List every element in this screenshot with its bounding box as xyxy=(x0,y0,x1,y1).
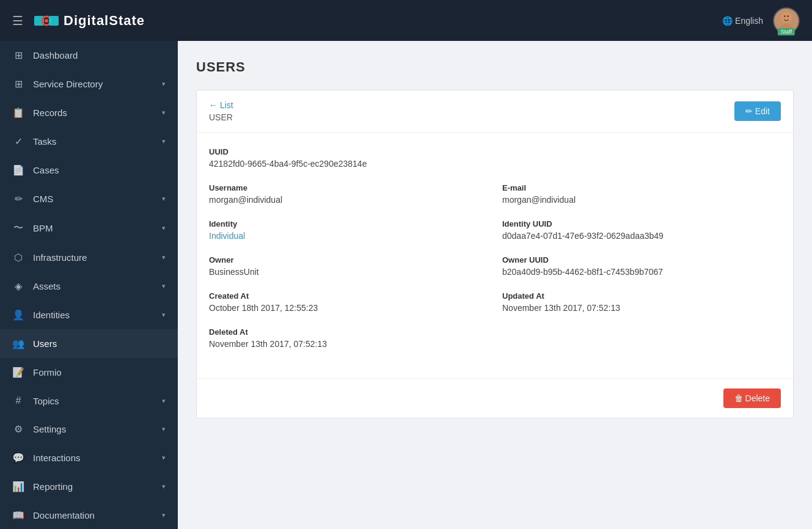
deleted-at-field: Deleted At November 13th 2017, 07:52:13 xyxy=(209,327,781,349)
sidebar-item-label: Records xyxy=(33,108,67,118)
sidebar-item-users[interactable]: 👥 Users xyxy=(0,329,178,358)
uuid-value: 42182fd0-9665-4ba4-9f5c-ec290e23814e xyxy=(209,159,781,169)
sidebar-item-label: Service Directory xyxy=(33,79,103,89)
sidebar-item-label: Assets xyxy=(33,281,60,291)
formio-icon: 📝 xyxy=(12,367,24,378)
uuid-field: UUID 42182fd0-9665-4ba4-9f5c-ec290e23814… xyxy=(209,147,781,169)
edit-button[interactable]: ✏ Edit xyxy=(734,101,781,121)
chevron-down-icon: ▾ xyxy=(162,397,166,405)
sidebar-item-label: Users xyxy=(33,338,57,349)
app-title: DigitalState xyxy=(64,13,145,29)
sidebar-item-label: Topics xyxy=(33,396,59,406)
chevron-down-icon: ▾ xyxy=(162,254,166,261)
identity-value[interactable]: Individual xyxy=(209,231,488,241)
owner-field: Owner BusinessUnit xyxy=(209,255,488,277)
reporting-icon: 📊 xyxy=(12,481,24,492)
sidebar: ⊞ Dashboard ⊞ Service Directory ▾ 📋 Reco… xyxy=(0,41,178,529)
email-value: morgan@individual xyxy=(502,195,781,205)
sidebar-item-infrastructure[interactable]: ⬡ Infrastructure ▾ xyxy=(0,243,178,272)
deleted-at-value: November 13th 2017, 07:52:13 xyxy=(209,339,781,349)
sidebar-item-documentation[interactable]: 📖 Documentation ▾ xyxy=(0,501,178,529)
chevron-down-icon: ▾ xyxy=(162,511,166,519)
created-at-field: Created At October 18th 2017, 12:55:23 xyxy=(209,291,488,313)
sidebar-item-service-directory[interactable]: ⊞ Service Directory ▾ xyxy=(0,70,178,98)
sidebar-item-interactions[interactable]: 💬 Interactions ▾ xyxy=(0,443,178,472)
globe-icon: 🌐 xyxy=(722,16,733,26)
chevron-down-icon: ▾ xyxy=(162,109,166,117)
identities-icon: 👤 xyxy=(12,309,24,321)
updated-at-label: Updated At xyxy=(502,291,781,301)
user-detail-card: ← List USER ✏ Edit UUID 42182fd0-9665-4b… xyxy=(196,90,794,418)
updated-at-value: November 13th 2017, 07:52:13 xyxy=(502,303,781,313)
main-content: USERS ← List USER ✏ Edit UUID 42182fd0-9… xyxy=(178,41,812,529)
app-logo: DigitalState xyxy=(33,11,145,31)
identity-uuid-value: d0daa7e4-07d1-47e6-93f2-0629adaa3b49 xyxy=(502,231,781,241)
sidebar-item-assets[interactable]: ◈ Assets ▾ xyxy=(0,272,178,301)
chevron-down-icon: ▾ xyxy=(162,80,166,88)
sidebar-item-cases[interactable]: 📄 Cases xyxy=(0,156,178,184)
dashboard-icon: ⊞ xyxy=(12,49,24,61)
username-value: morgan@individual xyxy=(209,195,488,205)
sidebar-item-label: Infrastructure xyxy=(33,252,87,263)
language-selector[interactable]: 🌐 English xyxy=(722,16,763,26)
hamburger-menu[interactable]: ☰ xyxy=(12,13,23,28)
language-label: English xyxy=(735,16,763,26)
svg-point-7 xyxy=(787,15,789,17)
top-navigation: ☰ DigitalState 🌐 English xyxy=(0,0,812,41)
chevron-down-icon: ▾ xyxy=(162,454,166,462)
owner-uuid-value: b20a40d9-b95b-4462-b8f1-c7453b9b7067 xyxy=(502,267,781,277)
topics-icon: # xyxy=(12,395,24,406)
sidebar-item-label: CMS xyxy=(33,194,53,204)
identity-field: Identity Individual xyxy=(209,219,488,241)
identity-uuid-field: Identity UUID d0daa7e4-07d1-47e6-93f2-06… xyxy=(502,219,781,241)
documentation-icon: 📖 xyxy=(12,509,24,521)
card-header: ← List USER ✏ Edit xyxy=(197,90,793,133)
created-at-value: October 18th 2017, 12:55:23 xyxy=(209,303,488,313)
owner-label: Owner xyxy=(209,255,488,264)
sidebar-item-label: Settings xyxy=(33,424,66,434)
chevron-down-icon: ▾ xyxy=(162,195,166,203)
sidebar-item-reporting[interactable]: 📊 Reporting ▾ xyxy=(0,472,178,501)
settings-icon: ⚙ xyxy=(12,423,24,435)
sidebar-item-dashboard[interactable]: ⊞ Dashboard xyxy=(0,41,178,70)
sidebar-item-formio[interactable]: 📝 Formio xyxy=(0,358,178,387)
owner-uuid-field: Owner UUID b20a40d9-b95b-4462-b8f1-c7453… xyxy=(502,255,781,277)
staff-badge: Staff xyxy=(778,28,795,35)
page-title: USERS xyxy=(196,59,794,75)
sidebar-item-label: BPM xyxy=(33,223,53,233)
card-subtitle: USER xyxy=(209,112,233,122)
created-at-label: Created At xyxy=(209,291,488,301)
svg-point-6 xyxy=(784,15,786,17)
chevron-down-icon: ▾ xyxy=(162,137,166,145)
sidebar-item-label: Tasks xyxy=(33,136,56,147)
chevron-down-icon: ▾ xyxy=(162,282,166,290)
chevron-down-icon: ▾ xyxy=(162,224,166,232)
card-footer: 🗑 Delete xyxy=(197,378,793,418)
sidebar-item-topics[interactable]: # Topics ▾ xyxy=(0,387,178,415)
back-to-list-link[interactable]: ← List xyxy=(209,100,233,110)
updated-at-field: Updated At November 13th 2017, 07:52:13 xyxy=(502,291,781,313)
svg-point-2 xyxy=(45,19,48,23)
sidebar-item-settings[interactable]: ⚙ Settings ▾ xyxy=(0,415,178,443)
username-field: Username morgan@individual xyxy=(209,183,488,205)
chevron-down-icon: ▾ xyxy=(162,311,166,319)
sidebar-item-records[interactable]: 📋 Records ▾ xyxy=(0,98,178,127)
bpm-icon: 〜 xyxy=(12,222,24,235)
sidebar-item-tasks[interactable]: ✓ Tasks ▾ xyxy=(0,127,178,156)
svg-rect-3 xyxy=(49,16,59,26)
card-body: UUID 42182fd0-9665-4ba4-9f5c-ec290e23814… xyxy=(197,133,793,378)
sidebar-item-label: Dashboard xyxy=(33,50,78,60)
delete-button[interactable]: 🗑 Delete xyxy=(723,389,781,408)
identity-label: Identity xyxy=(209,219,488,228)
email-label: E-mail xyxy=(502,183,781,192)
sidebar-item-label: Documentation xyxy=(33,510,95,520)
deleted-at-label: Deleted At xyxy=(209,327,781,337)
sidebar-item-label: Interactions xyxy=(33,453,81,463)
user-avatar-wrap[interactable]: Staff xyxy=(773,7,800,34)
interactions-icon: 💬 xyxy=(12,452,24,464)
owner-uuid-label: Owner UUID xyxy=(502,255,781,264)
tasks-icon: ✓ xyxy=(12,136,24,147)
sidebar-item-cms[interactable]: ✏ CMS ▾ xyxy=(0,184,178,213)
sidebar-item-bpm[interactable]: 〜 BPM ▾ xyxy=(0,213,178,243)
sidebar-item-identities[interactable]: 👤 Identities ▾ xyxy=(0,301,178,329)
